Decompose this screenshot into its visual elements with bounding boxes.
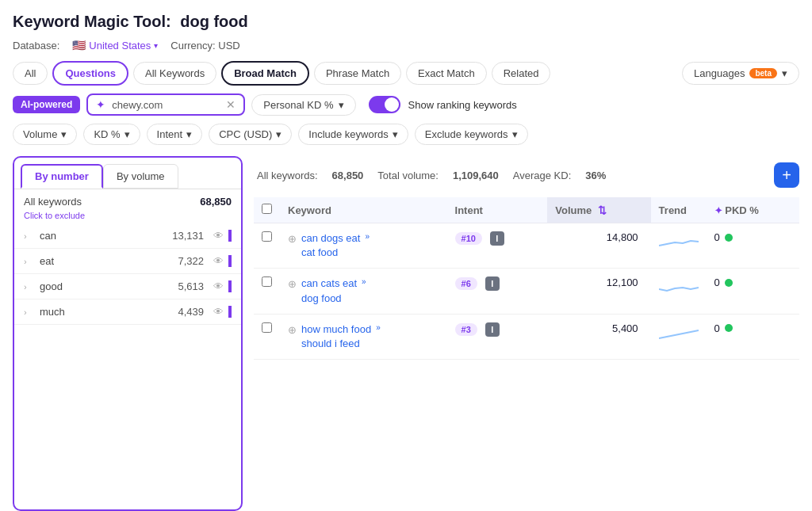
cpc-filter[interactable]: CPC (USD) ▾ [209, 124, 292, 145]
domain-input-wrap[interactable]: ✦ chewy.com ✕ [86, 93, 245, 116]
show-ranking-label: Show ranking keywords [408, 99, 517, 111]
table-row: ⊕ how much foodshould i feed » #3 I [254, 314, 799, 359]
tab-all[interactable]: All [13, 62, 48, 85]
sidebar-count: 5,613 [178, 280, 204, 292]
stats-row: All keywords: 68,850 Total volume: 1,109… [254, 156, 799, 197]
total-volume-stat-label: Total volume: [377, 170, 439, 181]
database-value: United States [89, 40, 151, 51]
personal-kd-dropdown[interactable]: Personal KD % ▾ [251, 94, 355, 116]
tab-phrase-match[interactable]: Phrase Match [314, 62, 401, 85]
select-all-checkbox[interactable] [262, 204, 272, 214]
exclude-filter[interactable]: Exclude keywords ▾ [415, 124, 528, 145]
sidebar-word[interactable]: eat [40, 255, 173, 267]
kd-filter[interactable]: KD % ▾ [83, 124, 140, 145]
keyword-cell: ⊕ can dogs eatcat food » [280, 223, 447, 269]
keyword-link[interactable]: ⊕ can dogs eatcat food » [288, 231, 439, 260]
ai-badge: AI-powered [13, 96, 80, 113]
row-checkbox[interactable] [262, 322, 272, 333]
sidebar-count: 13,131 [172, 230, 204, 242]
chevron-down-icon: ▾ [512, 128, 518, 140]
row-checkbox[interactable] [262, 231, 272, 242]
keywords-table: Keyword Intent Volume ⇅ Trend ✦ PKD % [254, 197, 799, 360]
volume-cell: 14,800 [547, 223, 650, 269]
tab-languages[interactable]: Languages beta ▾ [682, 62, 799, 85]
pkd-cell: 0 [707, 314, 799, 359]
sidebar-word[interactable]: good [40, 280, 173, 292]
domain-value: chewy.com [112, 99, 220, 111]
add-keyword-icon: ⊕ [288, 277, 297, 292]
tab-related[interactable]: Related [492, 62, 551, 85]
sparkle-icon: ✦ [96, 98, 105, 111]
rank-badge: #3 [455, 323, 477, 336]
keyword-text: can dogs eatcat food [301, 231, 360, 260]
sidebar-tab-by-number[interactable]: By number [21, 164, 103, 189]
database-label: Database: [13, 40, 59, 51]
keyword-cell: ⊕ can cats eatdog food » [280, 269, 447, 314]
chevron-right-icon: › [24, 257, 35, 266]
intent-cell: #3 I [447, 314, 548, 359]
eye-icon[interactable]: 👁 [213, 255, 224, 267]
chevron-right-icon: › [24, 307, 35, 317]
keyword-link[interactable]: ⊕ how much foodshould i feed » [288, 322, 439, 351]
include-filter[interactable]: Include keywords ▾ [298, 124, 408, 145]
intent-filter[interactable]: Intent ▾ [147, 124, 203, 145]
add-keyword-icon: ⊕ [288, 323, 297, 337]
click-to-exclude-hint: Click to exclude [14, 211, 241, 223]
sidebar-item: › can 13,131 👁 [14, 223, 241, 249]
col-keyword: Keyword [280, 197, 447, 223]
sidebar-word[interactable]: much [40, 306, 173, 318]
purple-bar [228, 230, 232, 242]
volume-filter[interactable]: Volume ▾ [13, 124, 77, 145]
col-volume[interactable]: Volume ⇅ [547, 197, 650, 223]
purple-bar [228, 306, 232, 318]
eye-icon[interactable]: 👁 [213, 306, 224, 318]
add-keyword-icon: ⊕ [288, 232, 297, 246]
intent-badge: I [485, 276, 500, 291]
filter-pills-row: Volume ▾ KD % ▾ Intent ▾ CPC (USD) ▾ Inc… [13, 124, 799, 145]
col-trend: Trend [651, 197, 707, 223]
intent-badge: I [485, 322, 500, 337]
main-content: By number By volume All keywords 68,850 … [13, 156, 799, 511]
trend-cell [651, 223, 707, 269]
row-checkbox[interactable] [262, 276, 272, 287]
add-button[interactable]: + [774, 162, 799, 188]
total-volume-stat-val: 1,109,640 [453, 170, 499, 181]
tab-all-keywords[interactable]: All Keywords [133, 62, 216, 85]
chevron-down-icon: ▾ [276, 128, 282, 140]
green-dot-icon [725, 324, 733, 332]
col-checkbox [254, 197, 280, 223]
chevron-right-icon: › [24, 231, 35, 241]
show-ranking-toggle[interactable] [369, 96, 400, 113]
eye-icon[interactable]: 👁 [213, 230, 224, 242]
chevron-down-icon: ▾ [154, 41, 158, 50]
arrow-icon: » [365, 231, 370, 242]
tab-broad-match[interactable]: Broad Match [221, 61, 309, 86]
chevron-down-icon: ▾ [782, 67, 787, 79]
arrow-icon: » [362, 276, 366, 288]
trend-chart [659, 276, 699, 296]
sidebar-kw-count: 68,850 [200, 196, 232, 208]
keywords-table-wrap: Keyword Intent Volume ⇅ Trend ✦ PKD % [254, 197, 799, 511]
chevron-down-icon: ▾ [339, 99, 344, 111]
keyword-cell: ⊕ how much foodshould i feed » [280, 314, 447, 359]
intent-badge: I [490, 231, 504, 246]
pkd-cell: 0 [707, 269, 799, 314]
avg-kd-stat-label: Average KD: [513, 170, 571, 181]
tab-questions[interactable]: Questions [52, 61, 128, 86]
database-link[interactable]: 🇺🇸 United States ▾ [72, 39, 158, 51]
sidebar-all-keywords-label: All keywords [24, 196, 82, 208]
sidebar-word[interactable]: can [40, 230, 167, 242]
avg-kd-stat-val: 36% [585, 170, 606, 181]
tab-exact-match[interactable]: Exact Match [406, 62, 487, 85]
sidebar-item: › much 4,439 👁 [14, 299, 241, 325]
table-row: ⊕ can cats eatdog food » #6 I [254, 269, 799, 314]
volume-cell: 12,100 [547, 269, 650, 314]
rank-badge: #6 [455, 277, 477, 290]
close-icon[interactable]: ✕ [226, 98, 236, 111]
chevron-down-icon: ▾ [393, 128, 398, 140]
eye-icon[interactable]: 👁 [213, 280, 224, 292]
table-row: ⊕ can dogs eatcat food » #10 I [254, 223, 799, 269]
sidebar-tab-by-volume[interactable]: By volume [103, 164, 178, 189]
trend-chart [659, 231, 699, 250]
keyword-link[interactable]: ⊕ can cats eatdog food » [288, 276, 439, 305]
